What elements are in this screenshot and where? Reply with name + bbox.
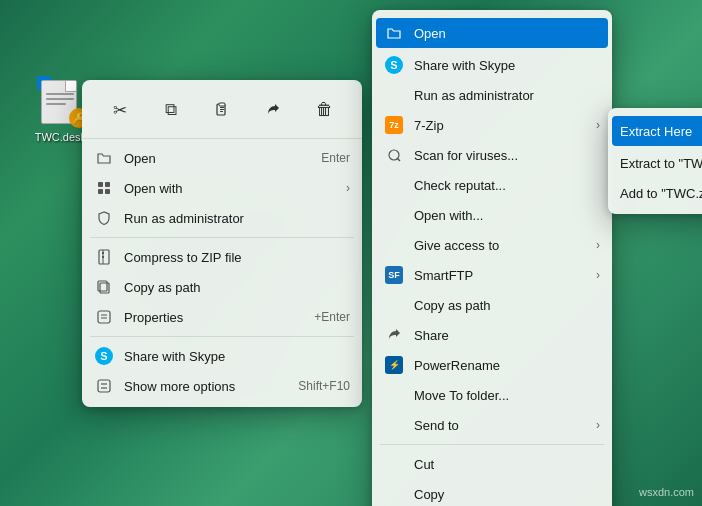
menu2-copy-path[interactable]: Copy as path — [372, 290, 612, 320]
scan-icon — [384, 145, 404, 165]
menu2-share-skype[interactable]: S Share with Skype — [372, 50, 612, 80]
compress-zip-label: Compress to ZIP file — [124, 250, 350, 265]
properties-icon — [94, 307, 114, 327]
send-to-arrow: › — [596, 418, 600, 432]
powerrename-icon: ⚡ — [384, 355, 404, 375]
share-skype2-label: Share with Skype — [414, 58, 600, 73]
svg-rect-1 — [219, 103, 225, 106]
cut2-label: Cut — [414, 457, 600, 472]
menu2-move-to[interactable]: Move To folder... — [372, 380, 612, 410]
menu2-share[interactable]: Share — [372, 320, 612, 350]
menu2-open-with[interactable]: Open with... — [372, 200, 612, 230]
show-more-label: Show more options — [124, 379, 288, 394]
add-zip-label: Add to "TWC.zip" — [620, 186, 702, 201]
menu2-check-rep[interactable]: Check reputat... — [372, 170, 612, 200]
powerrename-label: PowerRename — [414, 358, 600, 373]
smartftp-icon: SF — [384, 265, 404, 285]
share2-label: Share — [414, 328, 600, 343]
menu3-extract-here[interactable]: Extract Here — [612, 116, 702, 146]
delete-icon-btn[interactable]: 🗑 — [306, 92, 342, 128]
run-admin2-label: Run as administrator — [414, 88, 600, 103]
menu2-run-admin[interactable]: Run as administrator — [372, 80, 612, 110]
copy-path2-label: Copy as path — [414, 298, 600, 313]
main-context-menu: ✂ ⧉ 🗑 Open Enter Open with › Run as admi… — [82, 80, 362, 407]
check-rep-icon — [384, 175, 404, 195]
smartftp-label: SmartFTP — [414, 268, 596, 283]
svg-rect-3 — [220, 109, 224, 110]
open2-label: Open — [414, 26, 600, 41]
open-with2-icon — [384, 205, 404, 225]
open-icon — [94, 148, 114, 168]
open-with-icon — [94, 178, 114, 198]
menu2-copy[interactable]: Copy — [372, 479, 612, 506]
shield2-icon — [384, 85, 404, 105]
copy-path2-icon — [384, 295, 404, 315]
open-with-arrow: › — [346, 181, 350, 195]
cut-icon-btn[interactable]: ✂ — [102, 92, 138, 128]
menu2-cut[interactable]: Cut — [372, 449, 612, 479]
svg-rect-6 — [105, 182, 110, 187]
open2-icon — [384, 23, 404, 43]
svg-rect-12 — [102, 256, 104, 258]
svg-rect-5 — [98, 182, 103, 187]
secondary-context-menu: Open S Share with Skype Run as administr… — [372, 10, 612, 506]
give-access-arrow: › — [596, 238, 600, 252]
svg-rect-7 — [98, 189, 103, 194]
open-with2-label: Open with... — [414, 208, 600, 223]
menu-open-with[interactable]: Open with › — [82, 173, 362, 203]
share-icon-btn[interactable] — [255, 92, 291, 128]
watermark: wsxdn.com — [639, 486, 694, 498]
menu-copy-path[interactable]: Copy as path — [82, 272, 362, 302]
menu2-scan-virus[interactable]: Scan for viruses... — [372, 140, 612, 170]
give-access-label: Give access to — [414, 238, 596, 253]
open-with-label: Open with — [124, 181, 346, 196]
menu-compress-zip[interactable]: Compress to ZIP file — [82, 242, 362, 272]
menu3-add-zip[interactable]: Add to "TWC.zip" — [608, 178, 702, 208]
svg-rect-11 — [102, 252, 104, 254]
copy-icon-btn[interactable]: ⧉ — [153, 92, 189, 128]
separator-1 — [90, 237, 354, 238]
zip2-icon: 7z — [384, 115, 404, 135]
zip-icon — [94, 247, 114, 267]
menu-properties[interactable]: Properties +Enter — [82, 302, 362, 332]
run-admin-label: Run as administrator — [124, 211, 350, 226]
give-access-icon — [384, 235, 404, 255]
svg-rect-4 — [220, 111, 223, 112]
7zip-label: 7-Zip — [414, 118, 596, 133]
skype-icon: S — [94, 346, 114, 366]
open-shortcut: Enter — [321, 151, 350, 165]
menu2-7zip[interactable]: 7z 7-Zip › — [372, 110, 612, 140]
send-to-label: Send to — [414, 418, 596, 433]
share2-icon — [384, 325, 404, 345]
copy2-icon — [384, 484, 404, 504]
menu-run-admin[interactable]: Run as administrator — [82, 203, 362, 233]
copy-path-icon — [94, 277, 114, 297]
menu2-send-to[interactable]: Send to › — [372, 410, 612, 440]
menu2-open[interactable]: Open — [376, 18, 608, 48]
extract-twc-label: Extract to "TWC\" — [620, 156, 702, 171]
cut2-icon — [384, 454, 404, 474]
watermark-text: wsxdn.com — [639, 486, 694, 498]
more-options-icon — [94, 376, 114, 396]
smartftp-arrow: › — [596, 268, 600, 282]
check-rep-label: Check reputat... — [414, 178, 600, 193]
open-label: Open — [124, 151, 311, 166]
menu2-powerrename[interactable]: ⚡ PowerRename — [372, 350, 612, 380]
sep2-1 — [380, 444, 604, 445]
skype2-icon: S — [384, 55, 404, 75]
menu2-give-access[interactable]: Give access to › — [372, 230, 612, 260]
share-skype-label: Share with Skype — [124, 349, 350, 364]
svg-rect-15 — [98, 311, 110, 323]
menu-show-more[interactable]: Show more options Shift+F10 — [82, 371, 362, 401]
copy2-label: Copy — [414, 487, 600, 502]
copy-path-label: Copy as path — [124, 280, 350, 295]
properties-label: Properties — [124, 310, 304, 325]
menu-share-skype[interactable]: S Share with Skype — [82, 341, 362, 371]
scan-label: Scan for viruses... — [414, 148, 600, 163]
menu-open[interactable]: Open Enter — [82, 143, 362, 173]
paste-icon-btn[interactable] — [204, 92, 240, 128]
menu2-smartftp[interactable]: SF SmartFTP › — [372, 260, 612, 290]
7zip-arrow: › — [596, 118, 600, 132]
menu3-extract-twc[interactable]: Extract to "TWC\" — [608, 148, 702, 178]
tertiary-context-menu: Extract Here Extract to "TWC\" Add to "T… — [608, 108, 702, 214]
